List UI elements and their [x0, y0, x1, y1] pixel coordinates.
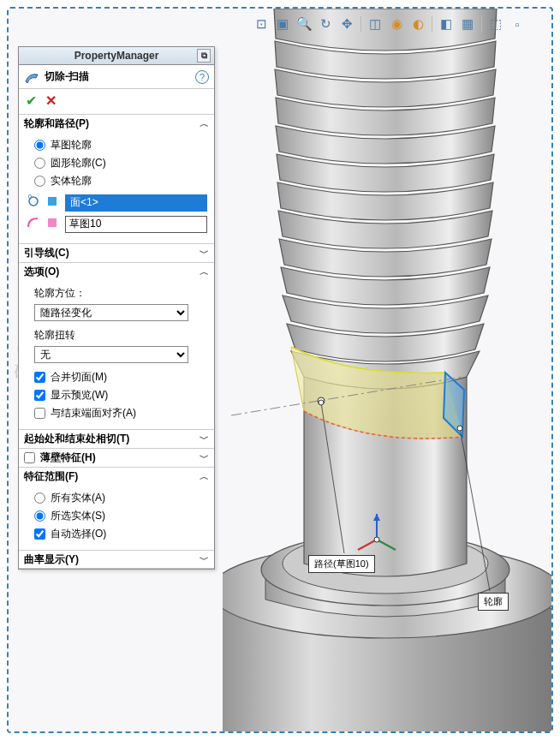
check-merge[interactable]: 合并切面(M)	[34, 368, 207, 386]
radio-all-bodies[interactable]: 所有实体(A)	[34, 489, 207, 507]
section-guide[interactable]: 引导线(C) ﹀	[19, 243, 214, 262]
profile-selection-box[interactable]: 面<1>	[65, 194, 207, 212]
path-icon	[24, 215, 43, 233]
annotation-profile[interactable]: 轮廓	[478, 593, 509, 611]
view-cube-icon[interactable]: ◧	[437, 15, 456, 33]
feature-name: 切除-扫描	[45, 69, 195, 84]
section-scope[interactable]: 特征范围(F) ︿	[19, 467, 214, 486]
zoom-fit-icon[interactable]: ⊡	[252, 15, 271, 33]
path-selection-box[interactable]: 草图10	[65, 216, 207, 233]
orientation-dropdown[interactable]: 随路径变化	[34, 304, 188, 321]
check-align-end[interactable]: 与结束端面对齐(A)	[34, 404, 207, 422]
section-start-end[interactable]: 起始处和结束处相切(T) ﹀	[19, 429, 214, 448]
section-thin[interactable]: 薄壁特征(H) ﹀	[19, 448, 214, 467]
pm-title-bar: PropertyManager ⧉	[19, 46, 214, 65]
view-orient-icon[interactable]: ⬚	[486, 15, 505, 33]
path-color-icon	[46, 217, 62, 231]
chevron-up-icon: ︿	[200, 266, 209, 278]
hide-show-icon[interactable]: ▦	[458, 15, 477, 33]
view-toolbar: ⊡ ▣ 🔍 ↻ ✥ ◫ ◉ ◐ ◧ ▦ ⬚ ▫	[227, 9, 551, 39]
chevron-up-icon: ︿	[200, 117, 209, 130]
help-icon[interactable]: ?	[195, 70, 209, 84]
rotate-icon[interactable]: ↻	[316, 15, 335, 33]
section-profile-path[interactable]: 轮廓和路径(P) ︿	[19, 114, 214, 133]
pm-title: PropertyManager	[74, 50, 159, 62]
pan-icon[interactable]: ✥	[337, 15, 356, 33]
svg-rect-16	[48, 218, 57, 227]
orientation-label: 轮廓方位：	[34, 284, 207, 302]
pin-icon[interactable]: ⧉	[197, 49, 211, 63]
property-manager-panel: PropertyManager ⧉ 切除-扫描 ? ✔ ✕ 轮廓和路径(P) ︿…	[18, 46, 215, 570]
chevron-up-icon: ︿	[200, 470, 209, 483]
profile-color-icon	[46, 195, 62, 210]
swept-cut-icon	[24, 69, 39, 85]
svg-rect-15	[48, 197, 57, 206]
section-view-icon[interactable]: ◫	[366, 15, 384, 33]
thin-checkbox[interactable]	[24, 452, 35, 463]
section-curvature[interactable]: 曲率显示(Y) ﹀	[19, 550, 214, 569]
ok-button[interactable]: ✔	[26, 92, 37, 109]
svg-text:0: 0	[28, 194, 32, 200]
cad-model	[223, 9, 553, 733]
display-style-icon[interactable]: ◉	[387, 15, 406, 33]
chevron-down-icon: ﹀	[200, 433, 209, 445]
zoom-icon[interactable]: 🔍	[295, 15, 313, 33]
zoom-area-icon[interactable]: ▣	[273, 15, 292, 33]
svg-point-8	[374, 537, 379, 542]
svg-point-4	[318, 397, 325, 404]
scene-icon[interactable]: ◐	[408, 15, 427, 33]
twist-label: 轮廓扭转	[34, 326, 207, 344]
chevron-down-icon: ﹀	[200, 553, 209, 566]
radio-sketch-profile[interactable]: 草图轮廓	[34, 136, 207, 154]
annotation-path[interactable]: 路径(草图10)	[308, 555, 375, 573]
radio-circle-profile[interactable]: 圆形轮廓(C)	[34, 154, 207, 172]
section-options[interactable]: 选项(O) ︿	[19, 262, 214, 281]
radio-solid-profile[interactable]: 实体轮廓	[34, 172, 207, 190]
radio-selected-bodies[interactable]: 所选实体(S)	[34, 507, 207, 525]
check-auto-select[interactable]: 自动选择(O)	[34, 525, 207, 543]
apply-scene-icon[interactable]: ▫	[508, 15, 527, 33]
check-preview[interactable]: 显示预览(W)	[34, 386, 207, 404]
chevron-down-icon: ﹀	[200, 451, 209, 464]
cancel-button[interactable]: ✕	[45, 92, 57, 109]
chevron-down-icon: ﹀	[200, 247, 209, 260]
twist-dropdown[interactable]: 无	[34, 346, 188, 363]
profile-icon: 0	[24, 194, 43, 212]
